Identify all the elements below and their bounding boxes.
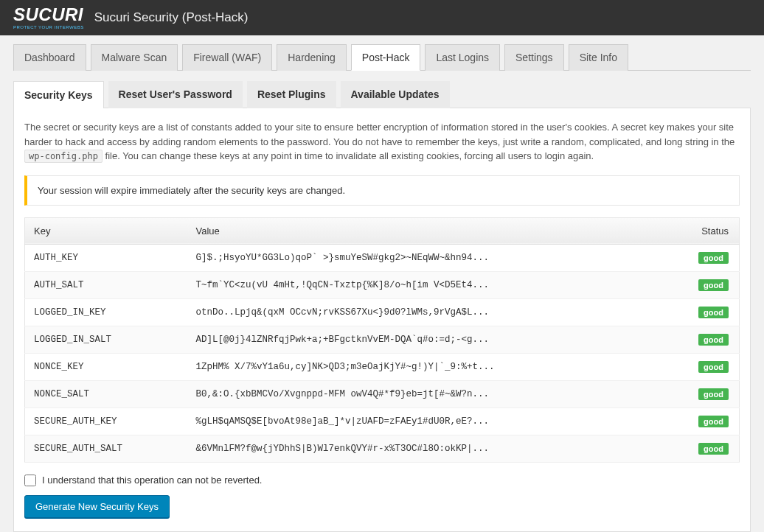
key-value: G]$.;HsyoYU*GG3Lo)qoP` >}smuYeSW#gkg2>~N… bbox=[187, 244, 681, 271]
security-keys-table: Key Value Status AUTH_KEYG]$.;HsyoYU*GG3… bbox=[24, 217, 740, 463]
description-text: The secret or security keys are a list o… bbox=[24, 120, 740, 164]
status-badge: good bbox=[698, 416, 729, 427]
content-panel: The secret or security keys are a list o… bbox=[13, 108, 751, 532]
tab-settings[interactable]: Settings bbox=[504, 44, 564, 71]
key-name: AUTH_SALT bbox=[25, 271, 187, 298]
tab-post-hack[interactable]: Post-Hack bbox=[351, 44, 421, 71]
key-value: AD]L[@0j}4lZNRfqjPwk+a;+BFgctknVvEM-DQA`… bbox=[187, 326, 681, 353]
logo-text: SUCURI bbox=[13, 6, 84, 24]
key-status-cell: good bbox=[681, 244, 740, 271]
status-badge: good bbox=[698, 307, 729, 318]
main-content: DashboardMalware ScanFirewall (WAF)Harde… bbox=[0, 35, 764, 532]
status-badge: good bbox=[698, 279, 729, 291]
key-value: %gLH$qAMSQ$E[bvoAt98e]aB_]*v|zUAFD=zFAEy… bbox=[187, 407, 681, 435]
table-row: AUTH_SALTT~fm`YC<zu(vU 4mHt,!QqCN-Txztp{… bbox=[25, 271, 740, 298]
confirm-label: I understand that this operation can not… bbox=[42, 475, 262, 486]
subtab-available-updates[interactable]: Available Updates bbox=[341, 81, 450, 108]
key-status-cell: good bbox=[681, 271, 740, 298]
key-status-cell: good bbox=[681, 353, 740, 380]
primary-tabs: DashboardMalware ScanFirewall (WAF)Harde… bbox=[13, 44, 751, 71]
status-badge: good bbox=[698, 361, 729, 373]
tab-malware-scan[interactable]: Malware Scan bbox=[91, 44, 178, 71]
key-value: B0,&:O.{xbBMCVo/Xvgnppd-MFM owV4Q#*f9}eb… bbox=[187, 380, 681, 407]
tab-hardening[interactable]: Hardening bbox=[277, 44, 347, 71]
description-part1: The secret or security keys are a list o… bbox=[24, 122, 735, 147]
key-value: &6VMnlFM?f@w{jYDhhS|B)Wl7enkQVY#r-x%T3OC… bbox=[187, 435, 681, 462]
key-status-cell: good bbox=[681, 435, 740, 462]
page-title: Sucuri Security (Post-Hack) bbox=[94, 10, 249, 25]
table-row: AUTH_KEYG]$.;HsyoYU*GG3Lo)qoP` >}smuYeSW… bbox=[25, 244, 740, 271]
table-row: LOGGED_IN_KEYotnDo..Lpjq&(qxM OCcvN;rvKS… bbox=[25, 298, 740, 326]
key-value: 1ZpHM% X/7%vY1a6u,cy]NK>QD3;m3eOajKjY#~g… bbox=[187, 353, 681, 380]
tab-last-logins[interactable]: Last Logins bbox=[425, 44, 500, 71]
key-name: LOGGED_IN_SALT bbox=[25, 326, 187, 353]
key-name: SECURE_AUTH_KEY bbox=[25, 407, 187, 435]
tab-firewall-waf-[interactable]: Firewall (WAF) bbox=[182, 44, 272, 71]
status-badge: good bbox=[698, 388, 729, 400]
key-status-cell: good bbox=[681, 407, 740, 435]
key-value: T~fm`YC<zu(vU 4mHt,!QqCN-Txztp{%K]8/o~h[… bbox=[187, 271, 681, 298]
tab-site-info[interactable]: Site Info bbox=[569, 44, 628, 71]
table-row: NONCE_KEY1ZpHM% X/7%vY1a6u,cy]NK>QD3;m3e… bbox=[25, 353, 740, 380]
table-row: NONCE_SALTB0,&:O.{xbBMCVo/Xvgnppd-MFM ow… bbox=[25, 380, 740, 407]
key-status-cell: good bbox=[681, 380, 740, 407]
subtab-security-keys[interactable]: Security Keys bbox=[13, 81, 104, 108]
app-header: SUCURI PROTECT YOUR INTERWEBS Sucuri Sec… bbox=[0, 0, 764, 35]
secondary-tabs: Security KeysReset User's PasswordReset … bbox=[13, 81, 751, 108]
table-row: SECURE_AUTH_SALT&6VMnlFM?f@w{jYDhhS|B)Wl… bbox=[25, 435, 740, 462]
key-status-cell: good bbox=[681, 298, 740, 326]
warning-notice: Your session will expire immediately aft… bbox=[24, 175, 740, 206]
key-name: AUTH_KEY bbox=[25, 244, 187, 271]
notice-text: Your session will expire immediately aft… bbox=[38, 185, 345, 196]
confirm-checkbox-row[interactable]: I understand that this operation can not… bbox=[24, 475, 740, 486]
generate-keys-button[interactable]: Generate New Security Keys bbox=[24, 495, 170, 518]
key-name: LOGGED_IN_KEY bbox=[25, 298, 187, 326]
status-badge: good bbox=[698, 443, 729, 455]
subtab-reset-plugins[interactable]: Reset Plugins bbox=[247, 81, 336, 108]
th-key: Key bbox=[25, 217, 187, 244]
key-status-cell: good bbox=[681, 326, 740, 353]
th-value: Value bbox=[187, 217, 681, 244]
logo-tagline: PROTECT YOUR INTERWEBS bbox=[13, 25, 84, 29]
status-badge: good bbox=[698, 334, 729, 346]
confirm-checkbox[interactable] bbox=[24, 475, 36, 486]
key-name: SECURE_AUTH_SALT bbox=[25, 435, 187, 462]
code-filename: wp-config.php bbox=[24, 150, 103, 163]
subtab-reset-user-s-password[interactable]: Reset User's Password bbox=[108, 81, 243, 108]
status-badge: good bbox=[698, 252, 729, 264]
table-row: LOGGED_IN_SALTAD]L[@0j}4lZNRfqjPwk+a;+BF… bbox=[25, 326, 740, 353]
key-name: NONCE_KEY bbox=[25, 353, 187, 380]
tab-dashboard[interactable]: Dashboard bbox=[13, 44, 86, 71]
th-status: Status bbox=[681, 217, 740, 244]
logo: SUCURI PROTECT YOUR INTERWEBS bbox=[13, 6, 84, 29]
description-part2: file. You can change these keys at any p… bbox=[103, 150, 594, 161]
key-name: NONCE_SALT bbox=[25, 380, 187, 407]
table-row: SECURE_AUTH_KEY%gLH$qAMSQ$E[bvoAt98e]aB_… bbox=[25, 407, 740, 435]
key-value: otnDo..Lpjq&(qxM OCcvN;rvKSS67Xu<}9d0?lW… bbox=[187, 298, 681, 326]
